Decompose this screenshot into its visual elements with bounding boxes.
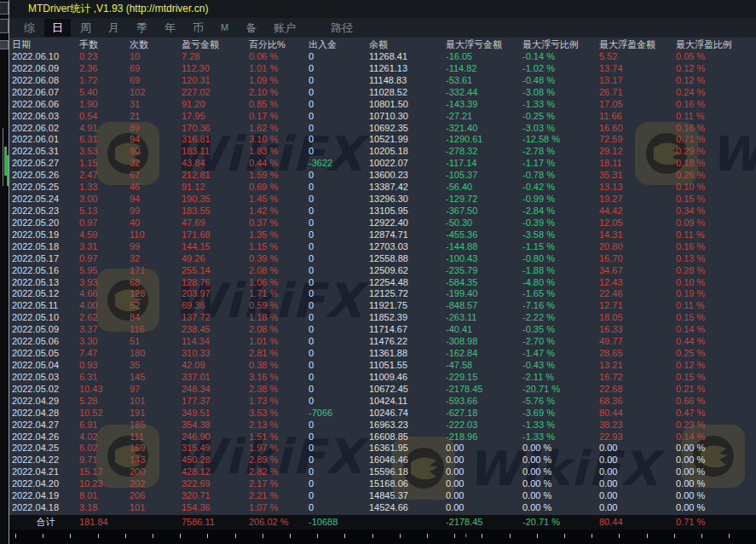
row-cell-balance: 12703.03 [369,241,446,253]
table-row: 2022.05.165.95171255.142.08 %012509.62-2… [9,265,756,277]
row-cell-date: 2022.05.26 [12,170,79,182]
row-cell-max-drawdown: 0.00 [446,478,522,490]
row-cell-lots: 2.62 [79,312,130,324]
row-cell-balance: 12874.71 [369,229,446,241]
row-cell-balance: 13600.23 [369,170,446,182]
total-cell-max-profit-pct: 0.71 % [676,515,756,530]
row-cell-pnl-pct: 0.38 % [249,360,309,372]
row-cell-lots: 4.02 [79,431,130,443]
menu-item-yearly[interactable]: 年 [157,19,183,37]
row-cell-lots: 6.31 [79,134,130,146]
row-cell-max-profit: 35.31 [599,170,676,182]
time-axis-tick [400,534,401,538]
row-cell-lots: 4.59 [79,229,130,241]
row-cell-netflow: 0 [309,134,369,146]
row-cell-max-drawdown-pct: -0.99 % [522,194,599,205]
row-cell-trades: 69 [130,63,182,75]
menu-item-daily[interactable]: 日 [44,19,71,37]
row-cell-netflow: 0 [309,75,369,87]
row-cell-max-profit-pct: 0.34 % [676,205,756,217]
row-cell-netflow: -3622 [309,158,369,170]
row-cell-pnl-pct: 3.53 % [249,408,309,420]
row-cell-pnl: 354.38 [182,420,249,431]
row-cell-date: 2022.04.29 [12,396,79,408]
menu-item-currency[interactable]: 币 [185,19,211,37]
row-cell-max-profit: 0.00 [599,478,676,490]
row-cell-lots: 5.28 [79,396,130,408]
row-cell-pnl-pct: 1.01 % [249,63,309,75]
row-cell-lots: 3.37 [79,324,130,336]
menu-item-note[interactable]: 备 [238,19,264,37]
row-cell-max-profit-pct: 0.12 % [676,63,756,75]
row-cell-max-profit: 5.52 [599,51,676,63]
row-cell-max-drawdown: -308.98 [446,336,522,348]
row-cell-max-profit: 13.21 [599,360,676,372]
row-cell-max-profit: 13.13 [599,182,676,194]
row-cell-max-drawdown: -100.43 [446,253,522,265]
row-cell-pnl-pct: 0.44 % [249,158,309,170]
row-cell-pnl-pct: 1.45 % [249,194,309,205]
row-cell-netflow: 0 [309,241,369,253]
row-cell-lots: 7.47 [79,348,130,360]
row-cell-pnl-pct: 1.62 % [249,123,309,135]
row-cell-pnl-pct: 0.85 % [249,99,309,111]
row-cell-balance: 12558.88 [369,253,446,265]
row-cell-max-profit: 49.77 [599,336,676,348]
row-cell-max-profit: 16.72 [599,372,676,384]
row-cell-netflow: 0 [309,336,369,348]
row-cell-pnl-pct: 1.42 % [249,205,309,217]
row-cell-max-drawdown: -1290.61 [446,134,522,146]
row-cell-date: 2022.06.10 [12,51,79,63]
row-cell-pnl: 310.33 [182,348,249,360]
row-cell-pnl: 248.34 [182,384,249,396]
row-cell-trades: 102 [130,87,182,99]
row-cell-pnl-pct: 1.07 % [249,502,309,514]
total-cell-netflow: -10688 [309,515,369,530]
menu-item-monthly[interactable]: 月 [101,19,127,37]
table-row: 2022.05.124.66128203.971.71 %012125.72-1… [9,288,756,300]
row-cell-balance: 11714.67 [369,324,446,336]
row-cell-netflow: 0 [309,205,369,217]
column-header-pnl-pct: 百分比% [249,38,309,51]
menu-item-account[interactable]: 账户 [266,19,303,37]
table-row: 2022.04.229.71143450.282.89 %016046.460.… [9,454,756,466]
column-header-max-profit-pct: 最大浮盈比例 [676,38,756,51]
row-cell-max-profit-pct: 0.12 % [676,360,756,372]
table-row: 2022.04.264.02111246.901.51 %016608.85-2… [9,431,756,443]
row-cell-lots: 6.02 [79,443,130,454]
time-axis-tick [180,534,181,538]
row-cell-date: 2022.06.06 [12,99,79,111]
row-cell-pnl: 227.02 [182,87,249,99]
row-cell-date: 2022.05.13 [12,277,79,289]
row-cell-netflow: 0 [309,490,369,502]
row-cell-max-profit-pct: 0.05 % [676,51,756,63]
row-cell-balance: 16046.46 [369,454,446,466]
row-cell-max-drawdown-pct: -3.69 % [522,408,599,420]
row-cell-pnl: 450.28 [182,454,249,466]
row-cell-lots: 3.53 [79,146,130,158]
row-cell-netflow: 0 [309,87,369,99]
window-title-bar[interactable]: MTDriver统计 ,V1.93 (http://mtdriver.cn) [9,0,756,18]
time-axis-tick [427,534,428,538]
row-cell-max-drawdown: -105.37 [446,170,522,182]
menu-item-path[interactable]: 路径 [323,19,361,37]
row-cell-lots: 10.43 [79,384,130,396]
menu-item-summary[interactable]: 综 [16,19,43,37]
background-chart-time-axis [9,530,756,544]
window-title: MTDriver统计 ,V1.93 (http://mtdriver.cn) [28,3,208,14]
table-row: 2022.05.063.3051114.341.01 %011476.22-30… [9,336,756,348]
row-cell-pnl: 170.36 [182,123,249,135]
menu-item-quarterly[interactable]: 季 [129,19,155,37]
row-cell-balance: 13105.95 [369,205,446,217]
table-row: 2022.05.170.973249.260.39 %012558.88-100… [9,253,756,265]
table-row: 2022.06.016.3194316.813.10 %010521.99-12… [9,134,756,146]
row-cell-trades: 145 [130,372,182,384]
row-cell-max-drawdown: -56.40 [446,182,522,194]
row-cell-lots: 4.66 [79,288,130,300]
menu-item-m[interactable]: M [213,19,236,37]
row-cell-max-profit-pct: 0.24 % [676,87,756,99]
row-cell-max-drawdown-pct: -1.33 % [522,431,599,443]
menu-item-weekly[interactable]: 周 [72,19,99,37]
row-cell-trades: 200 [130,466,182,478]
row-cell-max-drawdown-pct: -1.33 % [522,420,599,431]
